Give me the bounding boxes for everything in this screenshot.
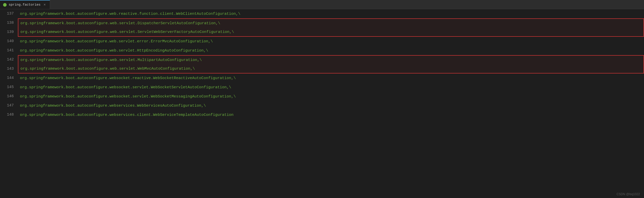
code-line: org.springframework.boot.autoconfigure.w…	[18, 83, 644, 92]
line-number: 145	[5, 83, 14, 92]
code-line: org.springframework.boot.autoconfigure.w…	[18, 18, 644, 28]
code-prefix: org.springframework.boot.autoconfigure.w…	[20, 30, 138, 34]
spring-icon	[3, 3, 7, 7]
line-number: 141	[5, 46, 14, 55]
code-prefix: org.springframework.boot.autoconfigure.w…	[20, 21, 138, 26]
code-prefix: org.springframework.boot.autoconfigure.w…	[20, 58, 138, 62]
code-prefix: org.springframework.boot.autoconfigure.w…	[20, 67, 138, 71]
line-number: 140	[5, 37, 14, 46]
line-number: 142	[5, 55, 14, 64]
tab-spring-factories[interactable]: spring.factories ×	[0, 0, 50, 9]
tab-bar: spring.factories ×	[0, 0, 644, 9]
line-number: 143	[5, 64, 14, 73]
code-line: org.springframework.boot.autoconfigure.w…	[18, 9, 644, 18]
code-line: org.springframework.boot.autoconfigure.w…	[18, 28, 644, 37]
tab-close-button[interactable]: ×	[43, 2, 47, 7]
code-prefix: org.springframework.boot.autoconfigure.w…	[20, 48, 137, 53]
code-line: org.springframework.boot.autoconfigure.w…	[18, 46, 644, 55]
code-suffix: WebSocketReactiveAutoConfiguration,\	[153, 76, 236, 80]
code-suffix: WebMvcAutoConfiguration,\	[138, 67, 195, 71]
code-line: org.springframework.boot.autoconfigure.w…	[18, 64, 644, 73]
code-line: org.springframework.boot.autoconfigure.w…	[18, 55, 644, 64]
code-prefix: org.springframework.boot.autoconfigure.w…	[20, 104, 137, 108]
code-line: org.springframework.boot.autoconfigure.w…	[18, 110, 644, 119]
code-line: org.springframework.boot.autoconfigure.w…	[18, 92, 644, 101]
code-suffix: DispatcherServletAutoConfiguration,\	[138, 21, 220, 26]
line-number: 139	[5, 28, 14, 37]
code-line: org.springframework.boot.autoconfigure.w…	[18, 37, 644, 46]
code-suffix: HttpEncodingAutoConfiguration,\	[137, 48, 208, 53]
code-prefix: org.springframework.boot.autoconfigure.w…	[20, 12, 176, 16]
line-number: 147	[5, 101, 14, 110]
editor-area: 137138139140141142143144145146147148 org…	[0, 9, 644, 198]
line-number: 138	[5, 18, 14, 28]
code-suffix: WebSocketServletAutoConfiguration,\	[151, 85, 231, 90]
code-suffix: WebServiceTemplateAutoConfiguration	[153, 113, 233, 117]
code-line: org.springframework.boot.autoconfigure.w…	[18, 73, 644, 83]
code-prefix: org.springframework.boot.autoconfigure.w…	[20, 85, 151, 90]
code-content: org.springframework.boot.autoconfigure.w…	[18, 9, 644, 198]
tab-label: spring.factories	[9, 3, 41, 7]
code-prefix: org.springframework.boot.autoconfigure.w…	[20, 76, 153, 80]
code-suffix: WebClientAutoConfiguration,\	[176, 12, 240, 16]
code-suffix: ServletWebServerFactoryAutoConfiguration…	[138, 30, 234, 34]
code-suffix: ErrorMvcAutoConfiguration,\	[151, 39, 213, 44]
line-numbers: 137138139140141142143144145146147148	[0, 9, 18, 198]
code-prefix: org.springframework.boot.autoconfigure.w…	[20, 39, 151, 44]
code-prefix: org.springframework.boot.autoconfigure.w…	[20, 113, 153, 117]
line-number: 144	[5, 73, 14, 83]
line-number: 148	[5, 110, 14, 119]
code-suffix: WebSocketMessagingAutoConfiguration,\	[151, 94, 236, 99]
code-suffix: MultipartAutoConfiguration,\	[138, 58, 202, 62]
code-prefix: org.springframework.boot.autoconfigure.w…	[20, 94, 151, 99]
code-line: org.springframework.boot.autoconfigure.w…	[18, 101, 644, 110]
code-suffix: WebServicesAutoConfiguration,\	[137, 104, 206, 108]
line-number: 137	[5, 9, 14, 18]
line-number: 146	[5, 92, 14, 101]
watermark: CSDN @lsq1022	[616, 192, 640, 196]
